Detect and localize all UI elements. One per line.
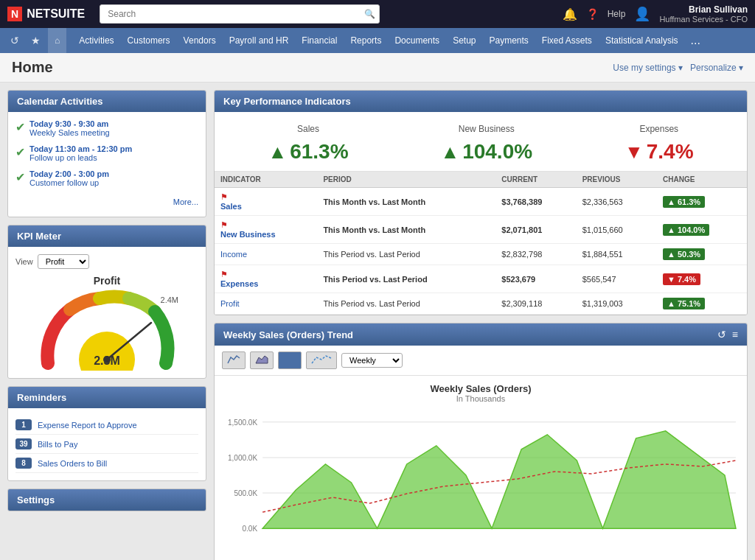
reminder-link-1[interactable]: Expense Report to Approve xyxy=(38,421,137,430)
chart-refresh-icon[interactable]: ↺ xyxy=(717,329,726,340)
notifications-icon[interactable]: 🔔 xyxy=(563,7,577,21)
kpi-meter-widget: KPI Meter View Profit Profit 2.4M xyxy=(7,225,206,379)
chart-type-line-btn[interactable] xyxy=(222,351,246,369)
change-badge: ▲ 104.0% xyxy=(663,224,709,236)
kpi-newbiz-label: New Business xyxy=(440,124,532,134)
chart-toolbar: Weekly Daily Monthly xyxy=(215,346,747,376)
chart-header: Weekly Sales (Orders) Trend ↺ ≡ xyxy=(215,323,747,346)
line-chart-icon xyxy=(227,354,240,365)
change-badge: ▲ 75.1% xyxy=(663,298,705,309)
flag-icon: ⚑ xyxy=(220,192,228,201)
kpi-cell-change: ▲ 61.3% xyxy=(657,188,747,216)
kpi-newbiz-number: 104.0% xyxy=(462,140,532,164)
search-icon[interactable]: 🔍 xyxy=(364,9,375,19)
kpi-cell-current: $2,832,798 xyxy=(495,244,576,265)
cal-time-3: Today 2:00 - 3:00 pm xyxy=(29,169,109,178)
kpi-name-link[interactable]: New Business xyxy=(220,230,311,239)
nav-refresh-icon[interactable]: ↺ xyxy=(6,28,24,53)
svg-text:0.0K: 0.0K xyxy=(243,525,258,533)
top-right-area: 🔔 ❓ Help 👤 Brian Sullivan Huffman Servic… xyxy=(563,4,748,24)
chart-header-actions: ↺ ≡ xyxy=(717,329,738,340)
cal-check-icon-2: ✔ xyxy=(15,145,25,159)
kpi-name-link[interactable]: Sales xyxy=(220,202,311,211)
svg-text:1,500.0K: 1,500.0K xyxy=(228,419,257,427)
search-input[interactable] xyxy=(100,4,380,24)
kpi-name-link[interactable]: Expenses xyxy=(220,279,311,288)
nav-reports[interactable]: Reports xyxy=(344,28,388,53)
nav-activities[interactable]: Activities xyxy=(72,28,120,53)
kpi-name-link[interactable]: Income xyxy=(220,250,311,259)
chart-title: Weekly Sales (Orders) xyxy=(222,383,740,394)
kpi-section-header: Key Performance Indicators xyxy=(215,91,747,112)
help-icon[interactable]: ❓ xyxy=(586,8,599,20)
kpi-cell-previous: $565,547 xyxy=(577,265,657,293)
flag-icon: ⚑ xyxy=(220,270,228,279)
reminder-badge-3: 8 xyxy=(15,458,32,469)
nav-statistical-analysis[interactable]: Statistical Analysis xyxy=(599,28,685,53)
page-title: Home xyxy=(12,59,53,76)
chart-type-bar-btn[interactable] xyxy=(278,351,302,369)
svg-marker-4 xyxy=(256,356,268,363)
logo-n-icon: N xyxy=(7,7,22,21)
reminder-item-2: 39 Bills to Pay xyxy=(15,435,198,454)
kpi-col-indicator: Indicator xyxy=(215,172,317,188)
nav-more-icon[interactable]: ... xyxy=(685,28,706,53)
calendar-header: Calendar Activities xyxy=(8,91,206,112)
kpi-meter-header: KPI Meter xyxy=(8,225,206,247)
nav-payments[interactable]: Payments xyxy=(482,28,535,53)
kpi-cell-previous: $1,015,660 xyxy=(577,216,657,244)
kpi-view-select[interactable]: Profit xyxy=(38,254,89,269)
cal-desc-3[interactable]: Customer follow up xyxy=(29,178,109,187)
logo: N NETSUITE xyxy=(7,7,85,21)
help-label[interactable]: Help xyxy=(608,9,626,19)
change-badge: ▼ 7.4% xyxy=(663,273,700,285)
change-badge: ▲ 61.3% xyxy=(663,196,705,208)
kpi-table-row: ⚑Sales This Month vs. Last Month $3,768,… xyxy=(215,188,747,216)
reminder-link-3[interactable]: Sales Orders to Bill xyxy=(38,459,107,468)
svg-point-3 xyxy=(103,356,111,363)
nav-fixed-assets[interactable]: Fixed Assets xyxy=(535,28,599,53)
personalize-button[interactable]: Personalize ▾ xyxy=(690,63,743,73)
chart-period-select[interactable]: Weekly Daily Monthly xyxy=(341,353,403,368)
chart-menu-icon[interactable]: ≡ xyxy=(732,329,738,340)
cal-time-1: Today 9:30 - 9:30 am xyxy=(29,119,110,128)
nav-payroll-hr[interactable]: Payroll and HR xyxy=(223,28,296,53)
chart-type-trend-btn[interactable] xyxy=(306,351,337,369)
kpi-cell-name: ⚑Sales xyxy=(215,188,317,216)
left-column: Calendar Activities ✔ Today 9:30 - 9:30 … xyxy=(7,90,206,560)
reminders-header: Reminders xyxy=(8,387,206,408)
chart-type-area-btn[interactable] xyxy=(250,351,274,369)
kpi-table-row: ⚑Expenses This Period vs. Last Period $5… xyxy=(215,265,747,293)
kpi-cell-change: ▲ 104.0% xyxy=(657,216,747,244)
svg-rect-7 xyxy=(291,355,293,364)
kpi-cell-name: ⚑Expenses xyxy=(215,265,317,293)
kpi-highlights: Sales ▲ 61.3% New Business ▲ 104.0% Expe… xyxy=(215,112,747,172)
nav-home-icon[interactable]: ⌂ xyxy=(48,28,66,53)
nav-setup[interactable]: Setup xyxy=(446,28,482,53)
chart-header-title: Weekly Sales (Orders) Trend xyxy=(223,329,353,340)
kpi-table-row: ⚑New Business This Month vs. Last Month … xyxy=(215,216,747,244)
kpi-table-header-row: Indicator Period Current Previous Change xyxy=(215,172,747,188)
nav-financial[interactable]: Financial xyxy=(295,28,344,53)
kpi-cell-period: This Period vs. Last Period xyxy=(317,293,495,315)
cal-item-1: ✔ Today 9:30 - 9:30 am Weekly Sales meet… xyxy=(15,119,198,137)
svg-text:1,000.0K: 1,000.0K xyxy=(228,454,257,462)
reminder-link-2[interactable]: Bills to Pay xyxy=(38,440,77,449)
user-info: Brian Sullivan Huffman Services - CFO xyxy=(659,4,748,24)
search-bar: 🔍 xyxy=(100,4,380,24)
chart-area: Weekly Sales (Orders) In Thousands 1,500… xyxy=(215,376,747,560)
nav-customers[interactable]: Customers xyxy=(121,28,177,53)
cal-desc-1[interactable]: Weekly Sales meeting xyxy=(29,128,110,137)
cal-more-link[interactable]: More... xyxy=(15,195,198,209)
kpi-cell-name: Income xyxy=(215,244,317,265)
nav-favorites-icon[interactable]: ★ xyxy=(27,28,45,53)
top-bar: N NETSUITE 🔍 🔔 ❓ Help 👤 Brian Sullivan H… xyxy=(0,0,755,28)
chart-subtitle: In Thousands xyxy=(222,394,740,403)
gauge-svg: 2.3M xyxy=(33,290,181,371)
kpi-table-row: Profit This Period vs. Last Period $2,30… xyxy=(215,293,747,315)
cal-desc-2[interactable]: Follow up on leads xyxy=(29,153,132,162)
nav-vendors[interactable]: Vendors xyxy=(177,28,223,53)
kpi-name-link[interactable]: Profit xyxy=(220,299,311,308)
nav-documents[interactable]: Documents xyxy=(388,28,446,53)
use-my-settings-button[interactable]: Use my settings ▾ xyxy=(613,63,683,73)
